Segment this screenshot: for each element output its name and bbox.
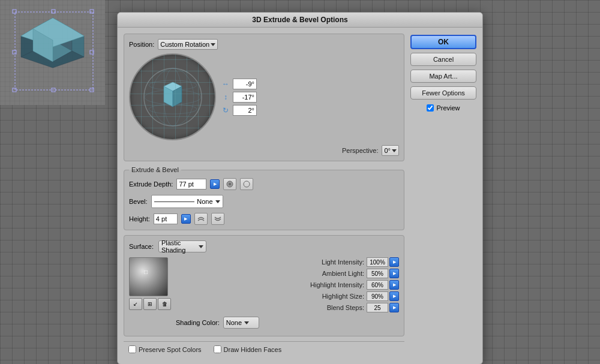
ok-button[interactable]: OK <box>410 35 476 49</box>
cube-preview-svg <box>143 67 203 127</box>
ambient-light-row: Ambient Light: 50% <box>176 269 399 278</box>
z-rotation-input[interactable] <box>233 105 257 116</box>
extrude-depth-input[interactable] <box>176 179 206 189</box>
ambient-light-value: 50% <box>367 269 388 278</box>
perspective-row: Perspective: 0° <box>129 145 399 156</box>
map-art-button[interactable]: Map Art... <box>410 70 476 83</box>
bevel-line <box>154 201 195 202</box>
x-rotation-icon: ↔ <box>221 79 230 89</box>
blend-steps-row: Blend Steps: 25 <box>176 303 399 312</box>
blend-steps-value: 25 <box>367 303 388 312</box>
svg-point-23 <box>145 90 201 104</box>
surface-value: Plastic Shading <box>161 239 196 254</box>
highlight-intensity-arrow[interactable] <box>389 280 399 290</box>
bottom-row: Preserve Spot Colors Draw Hidden Faces <box>124 341 404 358</box>
svg-point-31 <box>229 183 231 185</box>
bevel-value: None <box>197 198 212 205</box>
draw-hidden-label[interactable]: Draw Hidden Faces <box>214 345 282 353</box>
shading-color-row: Shading Color: None <box>176 314 399 331</box>
preserve-spot-label[interactable]: Preserve Spot Colors <box>128 345 202 353</box>
extrude-depth-arrow[interactable] <box>210 179 220 189</box>
svg-point-26 <box>152 68 194 126</box>
left-panel: Position: Custom Rotation <box>124 34 404 358</box>
svg-point-20 <box>144 68 202 126</box>
position-dropdown[interactable]: Custom Rotation <box>158 39 218 50</box>
shading-color-dropdown[interactable]: None <box>223 317 259 329</box>
dialog-title: 3D Extrude & Bevel Options <box>118 13 482 28</box>
bevel-dropdown-arrow <box>215 200 220 203</box>
rotation-sphere[interactable] <box>129 53 216 140</box>
shading-color-value: None <box>226 319 242 326</box>
highlight-size-label: Highlight Size: <box>322 293 364 300</box>
extrude-bevel-legend: Extrude & Bevel <box>129 166 181 173</box>
perspective-dropdown-arrow <box>392 149 397 152</box>
svg-marker-29 <box>173 86 182 107</box>
cap-btn-2[interactable] <box>240 178 253 190</box>
preview-area: ↔ ↕ ↻ <box>129 53 399 140</box>
preserve-spot-checkbox[interactable] <box>128 345 136 353</box>
svg-point-25 <box>164 68 182 126</box>
light-intensity-arrow[interactable] <box>389 257 399 267</box>
blend-steps-label: Blend Steps: <box>327 304 364 311</box>
preview-checkbox[interactable] <box>427 104 434 112</box>
surface-controls: Light Intensity: 100% Ambient Light: 50% <box>176 257 399 331</box>
surface-icon-btn-2[interactable]: ⊞ <box>143 298 157 310</box>
height-input[interactable] <box>154 213 178 224</box>
surface-icon-row: ↙ ⊞ 🗑 <box>129 298 171 310</box>
surface-icon-btn-3[interactable]: 🗑 <box>158 298 171 310</box>
position-section: Position: Custom Rotation <box>124 34 404 161</box>
y-rotation-icon: ↕ <box>221 92 230 102</box>
shading-color-arrow <box>244 321 249 324</box>
light-intensity-row: Light Intensity: 100% <box>176 257 399 267</box>
surface-dropdown[interactable]: Plastic Shading <box>158 240 206 252</box>
x-rotation-input[interactable] <box>233 79 257 89</box>
surface-icon-btn-1[interactable]: ↙ <box>129 298 142 310</box>
y-rotation-input[interactable] <box>233 92 257 103</box>
highlight-size-value: 90% <box>367 291 388 301</box>
height-arrow[interactable] <box>181 214 191 224</box>
position-row: Position: Custom Rotation <box>129 39 399 50</box>
cancel-button[interactable]: Cancel <box>410 53 476 66</box>
z-rotation-icon: ↻ <box>221 106 230 115</box>
ambient-light-value-group: 50% <box>367 269 399 278</box>
blend-steps-arrow[interactable] <box>389 303 399 312</box>
preview-row: Preview <box>410 104 476 112</box>
y-rotation-row: ↕ <box>221 92 257 103</box>
x-rotation-row: ↔ <box>221 79 257 89</box>
position-dropdown-arrow <box>211 43 215 46</box>
height-cap-icon-1 <box>197 215 205 223</box>
highlight-size-arrow[interactable] <box>389 291 399 301</box>
cap-btn-1[interactable] <box>223 178 236 190</box>
dialog: 3D Extrude & Bevel Options Position: Cus… <box>117 12 483 364</box>
svg-marker-27 <box>164 82 182 91</box>
cap-icon-2 <box>242 180 251 188</box>
height-cap-btn-2[interactable] <box>211 213 224 225</box>
surface-section: Surface: Plastic Shading ↙ ⊞ <box>124 235 404 336</box>
svg-point-24 <box>149 104 197 114</box>
preserve-spot-text: Preserve Spot Colors <box>139 346 202 353</box>
extrude-depth-label: Extrude Depth: <box>129 181 173 188</box>
highlight-intensity-row: Highlight Intensity: 60% <box>176 280 399 290</box>
bevel-row: Bevel: None <box>129 195 399 208</box>
highlight-intensity-value: 60% <box>367 280 388 290</box>
highlight-intensity-label: Highlight Intensity: <box>310 281 364 288</box>
bevel-select[interactable]: None <box>151 195 223 208</box>
position-label: Position: <box>129 41 154 48</box>
fewer-options-button[interactable]: Fewer Options <box>410 86 476 100</box>
height-cap-icon-2 <box>214 215 222 223</box>
blend-steps-value-group: 25 <box>367 303 399 312</box>
ambient-light-arrow[interactable] <box>389 269 399 278</box>
highlight-intensity-value-group: 60% <box>367 280 399 290</box>
cap-icon-1 <box>226 180 234 188</box>
perspective-label: Perspective: <box>342 147 379 154</box>
surface-sphere-preview <box>129 257 168 296</box>
light-intensity-value: 100% <box>367 257 388 267</box>
light-intensity-value-group: 100% <box>367 257 399 267</box>
svg-marker-28 <box>164 86 173 107</box>
perspective-value: 0° <box>384 147 391 154</box>
perspective-dropdown[interactable]: 0° <box>382 145 399 156</box>
draw-hidden-checkbox[interactable] <box>214 345 221 353</box>
draw-hidden-text: Draw Hidden Faces <box>224 346 282 353</box>
height-cap-btn-1[interactable] <box>194 213 208 225</box>
preview-label[interactable]: Preview <box>436 104 460 112</box>
